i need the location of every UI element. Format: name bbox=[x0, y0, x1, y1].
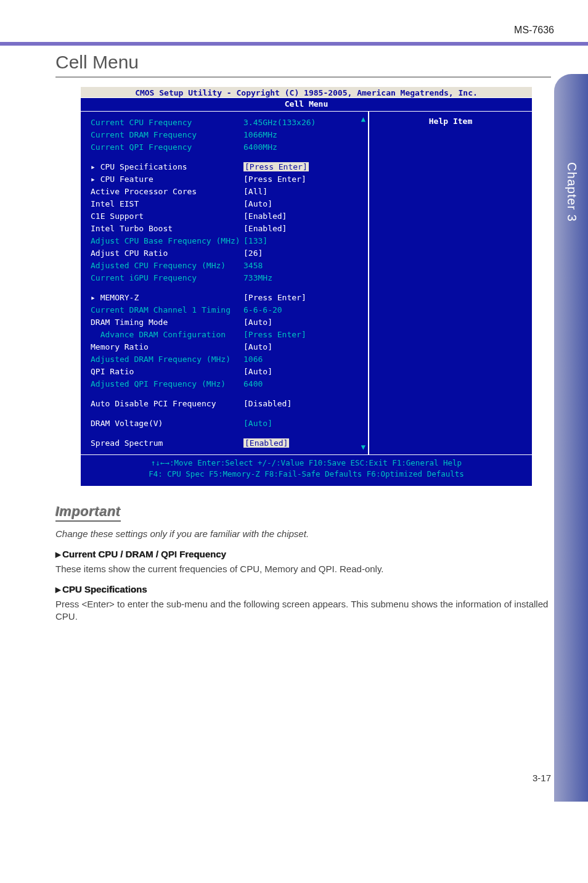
page-number: 3-17 bbox=[533, 773, 551, 783]
row-advance-dram-config[interactable]: Advance DRAM Configuration[Press Enter] bbox=[91, 329, 362, 341]
bios-help-header: Help Item bbox=[375, 117, 526, 126]
row-current-qpi-freq[interactable]: Current QPI Frequency6400MHz bbox=[91, 141, 362, 154]
bios-footer-line1: ↑↓←→:Move Enter:Select +/-/:Value F10:Sa… bbox=[81, 458, 532, 469]
bios-window: CMOS Setup Utility - Copyright (C) 1985-… bbox=[80, 86, 533, 487]
section-title: Cell Menu bbox=[55, 52, 551, 78]
item-cpu-spec-body: Press <Enter> to enter the sub-menu and … bbox=[55, 598, 551, 623]
header-rule bbox=[0, 42, 588, 46]
important-heading: Important bbox=[55, 504, 121, 522]
important-body: Change these settings only if you are fa… bbox=[55, 528, 551, 540]
bios-left-pane: ▲ ▼ Current CPU Frequency3.45GHz(133x26)… bbox=[81, 112, 368, 454]
bios-footer: ↑↓←→:Move Enter:Select +/-/:Value F10:Sa… bbox=[81, 455, 532, 486]
item-current-freq-body: These items show the current frequencies… bbox=[55, 563, 551, 575]
row-current-igpu-freq[interactable]: Current iGPU Frequency733MHz bbox=[91, 272, 362, 284]
row-current-dram-timing[interactable]: Current DRAM Channel 1 Timing6-6-6-20 bbox=[91, 304, 362, 316]
row-adjusted-cpu-freq[interactable]: Adjusted CPU Frequency (MHz)3458 bbox=[91, 260, 362, 272]
triangle-icon: ▶ bbox=[55, 551, 60, 558]
chapter-side-tab: Chapter 3 bbox=[554, 74, 588, 802]
row-cpu-feature[interactable]: ▸ CPU Feature[Press Enter] bbox=[91, 173, 362, 186]
row-intel-turbo-boost[interactable]: Intel Turbo Boost[Enabled] bbox=[91, 223, 362, 235]
item-current-freq-head: ▶Current CPU / DRAM / QPI Frequency bbox=[55, 549, 551, 559]
row-auto-disable-pci-freq[interactable]: Auto Disable PCI Frequency[Disabled] bbox=[91, 398, 362, 410]
scroll-up-icon[interactable]: ▲ bbox=[361, 115, 365, 123]
scroll-down-icon[interactable]: ▼ bbox=[361, 443, 365, 451]
chapter-side-tab-label: Chapter 3 bbox=[564, 162, 578, 222]
row-intel-eist[interactable]: Intel EIST[Auto] bbox=[91, 198, 362, 210]
row-adjusted-qpi-freq[interactable]: Adjusted QPI Frequency (MHz)6400 bbox=[91, 378, 362, 390]
triangle-icon: ▶ bbox=[55, 586, 60, 593]
item-cpu-spec-head: ▶CPU Specifications bbox=[55, 584, 551, 594]
row-active-processor-cores[interactable]: Active Processor Cores[All] bbox=[91, 186, 362, 198]
model-number: MS-7636 bbox=[0, 25, 554, 36]
bios-menu-name: Cell Menu bbox=[81, 97, 532, 111]
bios-title-bar: CMOS Setup Utility - Copyright (C) 1985-… bbox=[81, 87, 532, 97]
row-adjust-cpu-base-freq[interactable]: Adjust CPU Base Frequency (MHz)[133] bbox=[91, 235, 362, 247]
row-current-dram-freq[interactable]: Current DRAM Frequency1066MHz bbox=[91, 129, 362, 141]
row-memory-z[interactable]: ▸ MEMORY-Z[Press Enter] bbox=[91, 292, 362, 304]
bios-footer-line2: F4: CPU Spec F5:Memory-Z F8:Fail-Safe De… bbox=[81, 469, 532, 480]
row-memory-ratio[interactable]: Memory Ratio[Auto] bbox=[91, 341, 362, 353]
row-dram-voltage[interactable]: DRAM Voltage(V)[Auto] bbox=[91, 417, 362, 430]
row-current-cpu-freq[interactable]: Current CPU Frequency3.45GHz(133x26) bbox=[91, 117, 362, 129]
row-c1e-support[interactable]: C1E Support[Enabled] bbox=[91, 210, 362, 223]
row-spread-spectrum[interactable]: Spread Spectrum[Enabled] bbox=[91, 437, 362, 450]
bios-help-pane: Help Item bbox=[368, 112, 532, 454]
row-cpu-specifications[interactable]: ▸ CPU Specifications[Press Enter] bbox=[91, 161, 362, 173]
row-dram-timing-mode[interactable]: DRAM Timing Mode[Auto] bbox=[91, 316, 362, 329]
row-adjust-cpu-ratio[interactable]: Adjust CPU Ratio[26] bbox=[91, 247, 362, 260]
row-adjusted-dram-freq[interactable]: Adjusted DRAM Frequency (MHz)1066 bbox=[91, 353, 362, 366]
row-qpi-ratio[interactable]: QPI Ratio[Auto] bbox=[91, 366, 362, 378]
